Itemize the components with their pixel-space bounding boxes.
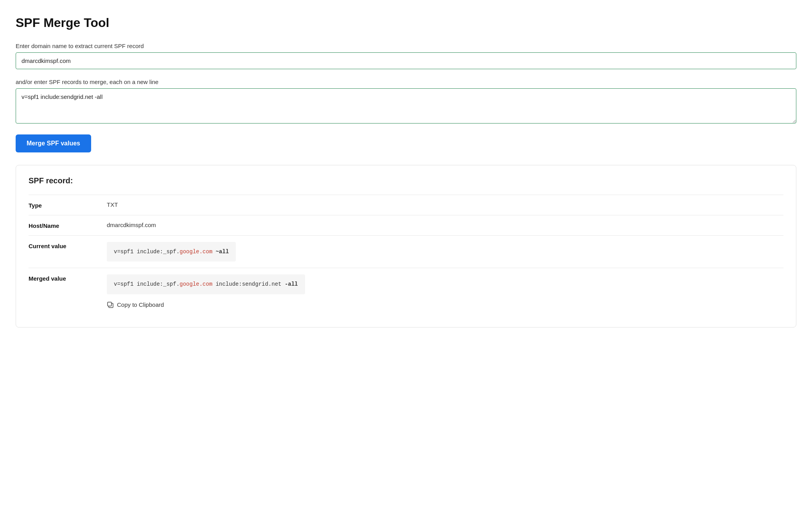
current-google-domain: google.com	[180, 249, 212, 255]
merged-value-container: v=spf1 include:_spf.google.com include:s…	[107, 274, 305, 310]
host-label: Host/Name	[29, 222, 107, 229]
current-value-label: Current value	[29, 242, 107, 249]
current-value-row: Current value v=spf1 include:_spf.google…	[29, 235, 783, 268]
copy-to-clipboard-label: Copy to Clipboard	[117, 301, 164, 308]
domain-field-label: Enter domain name to extract current SPF…	[16, 43, 796, 49]
current-all-keyword: ~all	[216, 249, 229, 255]
type-label: Type	[29, 201, 107, 209]
copy-icon	[107, 301, 114, 308]
merged-value-row: Merged value v=spf1 include:_spf.google.…	[29, 268, 783, 316]
copy-to-clipboard-button[interactable]: Copy to Clipboard	[107, 300, 305, 310]
type-value: TXT	[107, 201, 118, 208]
merged-all-keyword: -all	[285, 281, 298, 287]
spf-records-input[interactable]: v=spf1 include:sendgrid.net -all	[16, 88, 796, 124]
merged-spf-code: v=spf1 include:_spf.google.com include:s…	[107, 274, 305, 294]
current-spf-code: v=spf1 include:_spf.google.com ~all	[107, 242, 236, 261]
host-value: dmarcdkimspf.com	[107, 222, 156, 228]
result-card: SPF record: Type TXT Host/Name dmarcdkim…	[16, 165, 796, 328]
page-title: SPF Merge Tool	[16, 16, 796, 30]
host-row: Host/Name dmarcdkimspf.com	[29, 215, 783, 235]
merge-spf-button[interactable]: Merge SPF values	[16, 134, 91, 152]
merged-value-label: Merged value	[29, 274, 107, 282]
svg-rect-1	[108, 302, 111, 306]
merged-google-domain: google.com	[180, 281, 212, 287]
type-row: Type TXT	[29, 195, 783, 215]
spf-records-label: and/or enter SPF records to merge, each …	[16, 79, 796, 85]
current-value-box: v=spf1 include:_spf.google.com ~all	[107, 242, 236, 261]
result-card-title: SPF record:	[29, 176, 783, 185]
domain-input[interactable]	[16, 52, 796, 69]
